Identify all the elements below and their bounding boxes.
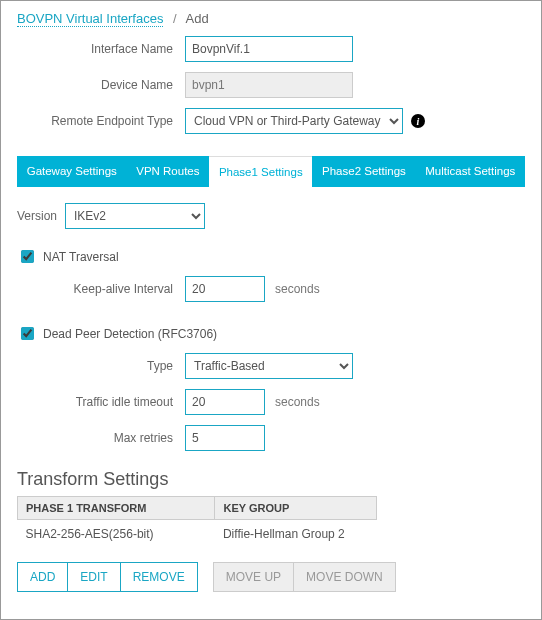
remove-button[interactable]: REMOVE [120, 562, 198, 592]
nat-traversal-checkbox[interactable] [21, 250, 34, 263]
tab-gateway-settings[interactable]: Gateway Settings [17, 156, 127, 187]
transform-table: PHASE 1 TRANSFORM KEY GROUP SHA2-256-AES… [17, 496, 377, 548]
cell-keygroup: Diffie-Hellman Group 2 [215, 520, 377, 549]
keepalive-input[interactable] [185, 276, 265, 302]
dpd-checkbox[interactable] [21, 327, 34, 340]
cell-transform: SHA2-256-AES(256-bit) [18, 520, 215, 549]
tab-multicast-settings[interactable]: Multicast Settings [416, 156, 526, 187]
version-label: Version [17, 209, 57, 223]
tab-phase2-settings[interactable]: Phase2 Settings [312, 156, 415, 187]
edit-button[interactable]: EDIT [67, 562, 120, 592]
breadcrumb-parent-link[interactable]: BOVPN Virtual Interfaces [17, 11, 163, 27]
table-row[interactable]: SHA2-256-AES(256-bit) Diffie-Hellman Gro… [18, 520, 377, 549]
device-name-input [185, 72, 353, 98]
col-phase1-transform: PHASE 1 TRANSFORM [18, 497, 215, 520]
movedown-button: MOVE DOWN [293, 562, 396, 592]
idle-timeout-unit: seconds [275, 395, 320, 409]
device-name-label: Device Name [17, 78, 185, 92]
version-select[interactable]: IKEv2 [65, 203, 205, 229]
nat-traversal-label: NAT Traversal [43, 250, 119, 264]
breadcrumb: BOVPN Virtual Interfaces / Add [17, 11, 525, 26]
max-retries-label: Max retries [17, 431, 185, 445]
page-container: BOVPN Virtual Interfaces / Add Interface… [0, 0, 542, 620]
transform-settings-title: Transform Settings [17, 469, 525, 490]
info-icon[interactable]: i [411, 114, 425, 128]
interface-name-label: Interface Name [17, 42, 185, 56]
moveup-button: MOVE UP [213, 562, 294, 592]
col-key-group: KEY GROUP [215, 497, 377, 520]
tab-phase1-settings[interactable]: Phase1 Settings [209, 156, 312, 187]
add-button[interactable]: ADD [17, 562, 68, 592]
tab-vpn-routes[interactable]: VPN Routes [127, 156, 210, 187]
keepalive-unit: seconds [275, 282, 320, 296]
remote-endpoint-label: Remote Endpoint Type [17, 114, 185, 128]
keepalive-label: Keep-alive Interval [17, 282, 185, 296]
idle-timeout-input[interactable] [185, 389, 265, 415]
dpd-label: Dead Peer Detection (RFC3706) [43, 327, 217, 341]
dpd-type-label: Type [17, 359, 185, 373]
interface-name-input[interactable] [185, 36, 353, 62]
remote-endpoint-select[interactable]: Cloud VPN or Third-Party Gateway [185, 108, 403, 134]
breadcrumb-separator: / [173, 11, 177, 26]
max-retries-input[interactable] [185, 425, 265, 451]
breadcrumb-current: Add [186, 11, 209, 26]
idle-timeout-label: Traffic idle timeout [17, 395, 185, 409]
tab-bar: Gateway Settings VPN Routes Phase1 Setti… [17, 156, 525, 187]
dpd-type-select[interactable]: Traffic-Based [185, 353, 353, 379]
